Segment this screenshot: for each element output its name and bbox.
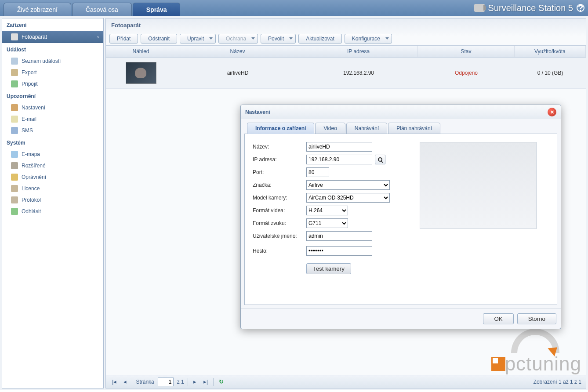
search-icon [378,157,382,162]
tab-schedule[interactable]: Plán nahrávání [388,123,440,134]
sidebar-item-label: Oprávnění [22,174,46,180]
gear-icon [11,162,18,169]
ip-label: IP adresa: [253,156,306,163]
sidebar-section-system: Systém [2,136,103,149]
settings-dialog: Nastavení ✕ Informace o zařízení Video N… [240,105,561,329]
camera-preview [420,142,537,229]
top-banner: Živé zobrazení Časová osa Správa Surveil… [0,0,588,16]
vfmt-label: Formát videa: [253,207,306,214]
port-label: Port: [253,169,306,175]
list-icon [11,58,18,65]
cancel-button[interactable]: Storno [517,313,556,324]
dialog-tabs: Informace o zařízení Video Nahrávání Plá… [244,123,557,134]
main-tabs: Živé zobrazení Časová osa Správa [4,3,180,16]
password-input[interactable] [306,246,372,256]
dialog-title-bar[interactable]: Nastavení ✕ [241,105,561,119]
sidebar-item-mount[interactable]: Připojit [2,78,103,90]
test-camera-button[interactable]: Test kamery [306,263,351,274]
sidebar-section-notif: Upozornění [2,90,103,102]
help-icon[interactable]: ? [577,4,584,12]
dialog-title: Nastavení [245,109,270,115]
sidebar-item-logout[interactable]: Odhlásit [2,206,103,217]
ip-input[interactable] [306,155,372,164]
sidebar-section-devices: Zařízení [2,18,103,31]
sidebar-item-sms[interactable]: SMS [2,125,103,136]
sidebar-item-label: SMS [22,127,33,134]
model-select[interactable]: AirCam OD-325HD [306,193,390,203]
chevron-right-icon: › [97,34,99,40]
ok-button[interactable]: OK [483,313,513,324]
sidebar-item-label: Licence [22,185,40,192]
mail-icon [11,116,18,123]
user-label: Uživatelské jméno: [253,233,306,239]
sidebar-section-event: Událost [2,43,103,55]
sidebar-item-label: Export [22,69,37,76]
main-panel: Fotoaparát Přidat Odstranit Upravit Ochr… [105,18,586,388]
sidebar-item-label: Fotoaparát [22,34,47,40]
brand-text: Surveillance Station 5 [488,3,573,13]
afmt-select[interactable]: G711 [306,218,348,228]
sidebar-item-eventlist[interactable]: Seznam událostí [2,55,103,67]
camera-icon [474,4,485,12]
vfmt-select[interactable]: H.264 [306,206,348,215]
key-icon [11,174,18,181]
wrench-icon [11,104,18,111]
camera-small-icon [11,33,18,40]
sidebar-item-log[interactable]: Protokol [2,194,103,206]
afmt-label: Formát zvuku: [253,220,306,226]
dialog-content: Název: IP adresa: Port: Značka:Airlive M… [244,134,557,305]
sidebar-item-label: Seznam událostí [22,58,61,64]
dialog-footer: OK Storno [241,309,561,329]
username-input[interactable] [306,231,372,241]
phone-icon [11,127,18,134]
sidebar: Zařízení Fotoaparát › Událost Seznam udá… [2,18,104,388]
sidebar-item-advanced[interactable]: Rozšířené [2,160,103,171]
sidebar-item-privilege[interactable]: Oprávnění [2,171,103,183]
sidebar-item-label: Připojit [22,81,38,87]
sidebar-item-export[interactable]: Export [2,67,103,78]
book-icon [11,196,18,203]
mount-icon [11,80,18,87]
sidebar-item-label: E-mapa [22,151,40,157]
export-icon [11,69,18,76]
tab-recording[interactable]: Nahrávání [346,123,387,134]
sidebar-item-label: E-mail [22,116,36,122]
tab-video[interactable]: Video [315,123,345,134]
name-label: Název: [253,144,306,150]
sidebar-item-settings[interactable]: Nastavení [2,102,103,113]
brand: Surveillance Station 5 ? [474,3,584,13]
tab-admin[interactable]: Správa [133,3,181,16]
sidebar-item-email[interactable]: E-mail [2,113,103,125]
map-icon [11,151,18,158]
model-label: Model kamery: [253,195,306,201]
sidebar-item-label: Nastavení [22,105,45,111]
tab-live[interactable]: Živé zobrazení [4,3,71,16]
sidebar-item-label: Protokol [22,197,41,203]
license-icon [11,185,18,192]
close-icon[interactable]: ✕ [548,108,556,116]
port-input[interactable] [306,167,329,177]
sidebar-item-camera[interactable]: Fotoaparát › [2,31,103,43]
name-input[interactable] [306,142,372,152]
sidebar-item-label: Rozšířené [22,163,46,169]
dialog-mask: Nastavení ✕ Informace o zařízení Video N… [106,18,586,388]
search-ip-button[interactable] [375,155,385,164]
tab-device-info[interactable]: Informace o zařízení [247,123,314,134]
brand-label: Značka: [253,182,306,188]
pass-label: Heslo: [253,248,306,254]
sidebar-item-label: Odhlásit [22,208,41,214]
brand-select[interactable]: Airlive [306,180,390,190]
logout-icon [11,208,18,215]
sidebar-item-emap[interactable]: E-mapa [2,149,103,160]
sidebar-item-license[interactable]: Licence [2,183,103,194]
tab-timeline[interactable]: Časová osa [72,3,132,16]
